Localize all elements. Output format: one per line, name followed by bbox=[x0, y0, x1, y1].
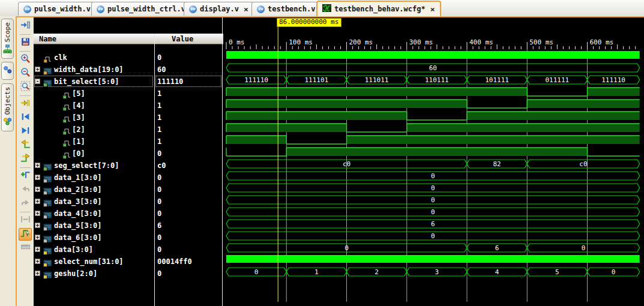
signal-row-5[interactable]: [5]1 bbox=[34, 88, 222, 100]
signal-value: 0 bbox=[157, 268, 161, 280]
signal-value: 60 bbox=[157, 64, 166, 76]
zoom-out-button[interactable] bbox=[19, 67, 32, 80]
tab-close-icon[interactable]: × bbox=[430, 5, 435, 14]
tree-expander[interactable]: + bbox=[35, 235, 40, 240]
ruler-button[interactable] bbox=[19, 242, 32, 254]
signal-name[interactable]: select_num[31:0] bbox=[54, 256, 124, 268]
tree-expander[interactable]: + bbox=[35, 271, 40, 276]
prev-marker-button[interactable] bbox=[19, 112, 32, 124]
verilog-file-icon: ve bbox=[23, 5, 31, 13]
scope-tab-label: Scope bbox=[4, 22, 11, 42]
tab-label: pulse_width.v bbox=[34, 5, 91, 13]
snap-to-transition-button[interactable] bbox=[19, 228, 32, 241]
signal-value: 6 bbox=[157, 220, 161, 232]
signal-name[interactable]: data_3[3:0] bbox=[54, 196, 101, 208]
signal-row-4[interactable]: [4]1 bbox=[34, 100, 222, 112]
sidebar-tab-instances[interactable] bbox=[1, 62, 14, 80]
signal-value: 1 bbox=[157, 88, 161, 100]
tree-expander[interactable]: + bbox=[35, 199, 40, 204]
signal-row-data_430[interactable]: +data_4[3:0]0 bbox=[34, 208, 222, 220]
svg-text:0: 0 bbox=[254, 268, 259, 276]
signal-name[interactable]: bit_select[5:0] bbox=[54, 76, 119, 88]
tab-testbench-behav-wcfg-[interactable]: testbench_behav.wcfg*× bbox=[316, 1, 441, 16]
forward-button[interactable] bbox=[19, 197, 32, 210]
value-column-header: Value bbox=[155, 34, 223, 44]
tab-display-v[interactable]: vedisplay.v× bbox=[184, 2, 254, 16]
signal-value: 0 bbox=[157, 244, 161, 256]
signal-row-0[interactable]: [0]0 bbox=[34, 148, 222, 160]
time-ruler[interactable]: 0 ms100 ms200 ms300 ms400 ms500 ms600 ms bbox=[226, 38, 636, 49]
next-transition-button[interactable] bbox=[19, 153, 32, 166]
tree-expander[interactable]: + bbox=[35, 187, 40, 192]
signal-row-geshu20[interactable]: +geshu[2:0]0 bbox=[34, 268, 222, 280]
tree-expander[interactable]: + bbox=[35, 67, 40, 72]
signal-name[interactable]: data_5[3:0] bbox=[54, 220, 101, 232]
svg-text:0: 0 bbox=[431, 184, 435, 192]
tab-close-icon[interactable]: × bbox=[244, 5, 248, 14]
signal-row-data_630[interactable]: +data_6[3:0]0 bbox=[34, 232, 222, 244]
signal-row-bit_select50[interactable]: -bit_select[5:0]111110 bbox=[34, 76, 222, 88]
bus-signal-icon bbox=[43, 174, 52, 181]
sidebar-tab-scope[interactable]: Scope bbox=[1, 19, 14, 59]
svg-text:0: 0 bbox=[582, 244, 586, 252]
signal-name[interactable]: data_2[3:0] bbox=[54, 184, 101, 196]
ruler-label: 300 ms bbox=[409, 38, 433, 46]
signal-name[interactable]: geshu[2:0] bbox=[54, 268, 97, 280]
signal-name[interactable]: [1] bbox=[72, 136, 85, 148]
prev-transition-button[interactable] bbox=[19, 139, 32, 152]
signal-name[interactable]: [3] bbox=[72, 112, 85, 124]
signal-row-data_230[interactable]: +data_2[3:0]0 bbox=[34, 184, 222, 196]
zoom-in-button[interactable] bbox=[19, 53, 32, 66]
tree-expander[interactable]: + bbox=[35, 211, 40, 216]
signal-row-1[interactable]: [1]1 bbox=[34, 136, 222, 148]
signal-row-seg_select70[interactable]: +seg_select[7:0]c0 bbox=[34, 160, 222, 172]
tree-expander[interactable]: + bbox=[35, 223, 40, 228]
signal-name[interactable]: data_1[3:0] bbox=[54, 172, 101, 184]
measure-button[interactable] bbox=[19, 214, 32, 227]
signal-name[interactable]: data_6[3:0] bbox=[54, 232, 101, 244]
wave-toolbar bbox=[17, 17, 34, 306]
tree-expander[interactable]: - bbox=[35, 79, 40, 84]
waveform-svg[interactable]: 0 ms100 ms200 ms300 ms400 ms500 ms600 ms… bbox=[223, 17, 644, 306]
svg-text:6: 6 bbox=[495, 244, 499, 252]
sidebar-tab-objects[interactable]: Objects bbox=[1, 83, 14, 131]
signal-name[interactable]: [4] bbox=[72, 100, 85, 112]
objects-tab-label: Objects bbox=[4, 87, 11, 115]
bus-signal-icon bbox=[43, 258, 52, 265]
signal-row-select_num310[interactable]: +select_num[31:0]00014ff0 bbox=[34, 256, 222, 268]
svg-text:6: 6 bbox=[431, 220, 435, 228]
active-panel-left-border bbox=[16, 16, 17, 306]
signal-name[interactable]: [0] bbox=[72, 148, 85, 160]
signal-name[interactable]: [2] bbox=[72, 124, 85, 136]
signal-name[interactable]: [5] bbox=[72, 88, 85, 100]
signal-value: 1 bbox=[157, 124, 161, 136]
signal-row-clk[interactable]: clk0 bbox=[34, 52, 222, 64]
back-button[interactable] bbox=[19, 184, 32, 196]
signal-name[interactable]: data[3:0] bbox=[54, 244, 93, 256]
save-button[interactable] bbox=[19, 37, 32, 49]
signal-row-data30[interactable]: +data[3:0]0 bbox=[34, 244, 222, 256]
signal-name[interactable]: clk bbox=[54, 52, 67, 64]
waveform-canvas[interactable]: 0 ms100 ms200 ms300 ms400 ms500 ms600 ms… bbox=[223, 17, 644, 306]
signal-row-data_530[interactable]: +data_5[3:0]6 bbox=[34, 220, 222, 232]
signal-row-3[interactable]: [3]1 bbox=[34, 112, 222, 124]
tree-expander[interactable]: + bbox=[35, 175, 40, 180]
wave-row-data30: 060 bbox=[226, 244, 640, 252]
goto-zero-button[interactable] bbox=[19, 98, 32, 110]
tree-expander[interactable]: + bbox=[35, 163, 40, 168]
tree-expander[interactable]: + bbox=[35, 247, 40, 252]
signal-value: 0 bbox=[157, 172, 161, 184]
add-marker-button[interactable] bbox=[19, 170, 32, 182]
value-wave-divider[interactable] bbox=[222, 17, 223, 306]
signal-row-data_330[interactable]: +data_3[3:0]0 bbox=[34, 196, 222, 208]
next-marker-button[interactable] bbox=[19, 125, 32, 138]
tree-expander[interactable]: + bbox=[35, 259, 40, 264]
signal-name[interactable]: width_data[19:0] bbox=[54, 64, 124, 76]
zoom-fit-button[interactable] bbox=[19, 81, 32, 94]
signal-row-2[interactable]: [2]1 bbox=[34, 124, 222, 136]
goto-end-button[interactable] bbox=[19, 20, 32, 32]
signal-row-data_130[interactable]: +data_1[3:0]0 bbox=[34, 172, 222, 184]
signal-name[interactable]: seg_select[7:0] bbox=[54, 160, 119, 172]
signal-row-width_data190[interactable]: +width_data[19:0]60 bbox=[34, 64, 222, 76]
signal-name[interactable]: data_4[3:0] bbox=[54, 208, 101, 220]
